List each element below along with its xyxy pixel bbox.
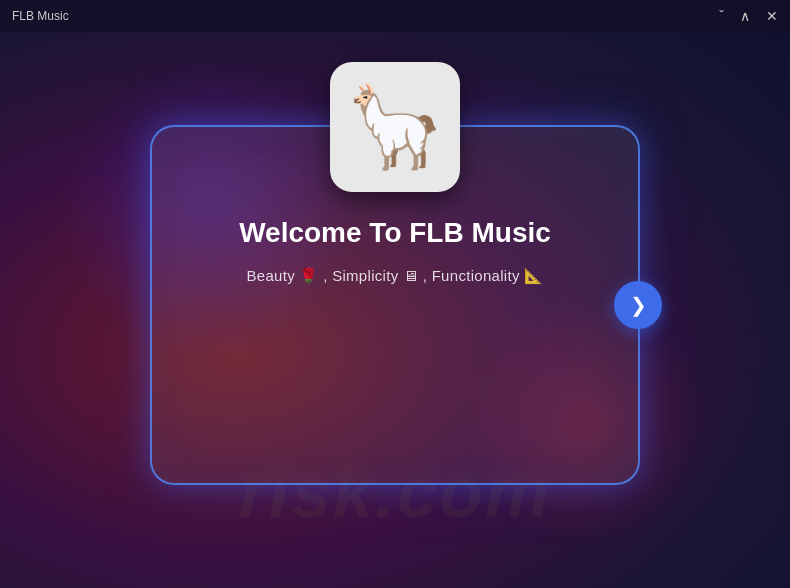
maximize-button[interactable]: ∧ bbox=[740, 9, 750, 23]
next-button[interactable]: ❯ bbox=[614, 281, 662, 329]
llama-emoji: 🦙 bbox=[345, 87, 445, 167]
title-bar-controls: ˇ ∧ ✕ bbox=[719, 9, 778, 23]
welcome-title: Welcome To FLB Music bbox=[239, 217, 551, 249]
app-icon: 🦙 bbox=[330, 62, 460, 192]
minimize-button[interactable]: ˇ bbox=[719, 9, 724, 23]
title-bar: FLB Music ˇ ∧ ✕ bbox=[0, 0, 790, 32]
welcome-subtitle: Beauty 🌹 , Simplicity 🖥 , Functionality … bbox=[246, 267, 543, 285]
title-bar-title: FLB Music bbox=[12, 9, 719, 23]
close-button[interactable]: ✕ bbox=[766, 9, 778, 23]
main-content: 🦙 Welcome To FLB Music Beauty 🌹 , Simpli… bbox=[0, 32, 790, 588]
welcome-card: 🦙 Welcome To FLB Music Beauty 🌹 , Simpli… bbox=[150, 125, 640, 485]
